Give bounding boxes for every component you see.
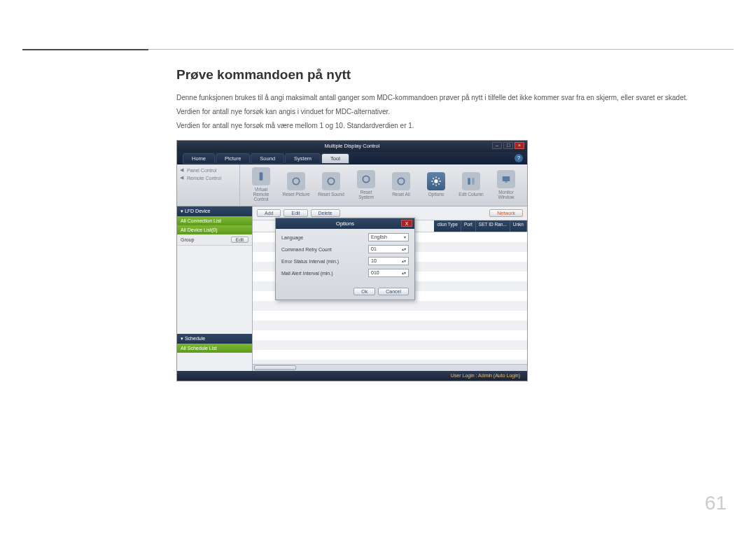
col-unknown: Unkn — [510, 220, 527, 232]
row-retry-count: Command Retry Count 01 ▴▾ — [281, 245, 409, 253]
add-button[interactable]: Add — [257, 209, 281, 217]
dialog-body: Language English ▾ Command Retry Count 0… — [276, 229, 414, 285]
help-icon[interactable]: ? — [514, 154, 523, 162]
group-row: Group Edit — [177, 234, 252, 246]
svg-point-3 — [363, 176, 369, 182]
language-dropdown[interactable]: English ▾ — [368, 233, 409, 241]
window-controls: – □ × — [492, 142, 524, 149]
reset-picture-icon — [287, 172, 305, 190]
tool-reset-all[interactable]: Reset All — [387, 172, 415, 197]
col-setid: SET ID Ran... — [476, 220, 510, 232]
spinner-icon: ▴▾ — [402, 245, 406, 253]
dialog-buttons: Ok Cancel — [276, 285, 414, 300]
monitor-icon — [497, 170, 515, 188]
label-language: Language — [281, 235, 303, 240]
table-header: ction Type Port SET ID Ran... Unkn — [434, 220, 527, 232]
tool-reset-picture[interactable]: Reset Picture — [282, 172, 310, 197]
tool-edit-column[interactable]: Edit Column — [457, 172, 485, 197]
app-ribbon: ◀ Panel Control ◀ Remote Control Virtual… — [177, 164, 527, 206]
group-edit-button[interactable]: Edit — [231, 237, 248, 243]
app-window: Multiple Display Control – □ × Home Pict… — [176, 140, 528, 381]
chevron-left-icon[interactable]: ◀ — [180, 175, 186, 181]
app-title: Multiple Display Control — [325, 143, 380, 149]
page-heading: Prøve kommandoen på nytt — [176, 67, 729, 83]
retry-count-spinner[interactable]: 01 ▴▾ — [368, 245, 409, 253]
gear-icon — [427, 172, 445, 190]
svg-rect-6 — [468, 178, 470, 184]
svg-point-5 — [434, 179, 438, 183]
page-number: 61 — [705, 492, 727, 514]
error-interval-spinner[interactable]: 10 ▴▾ — [368, 257, 409, 265]
app-titlebar: Multiple Display Control – □ × — [177, 141, 527, 152]
label-retry-count: Command Retry Count — [281, 247, 332, 252]
dialog-titlebar: Options X — [276, 218, 414, 229]
chevron-down-icon: ▾ — [404, 233, 406, 241]
horizontal-scrollbar[interactable] — [253, 364, 527, 371]
remote-icon — [252, 167, 270, 185]
tool-options[interactable]: Options — [422, 172, 450, 197]
group-label: Group — [181, 237, 194, 242]
ok-button[interactable]: Ok — [354, 288, 375, 295]
dialog-close-button[interactable]: X — [401, 220, 412, 227]
schedule-header[interactable]: ▾ Schedule — [177, 334, 252, 344]
menu-sound[interactable]: Sound — [251, 153, 284, 164]
ribbon-tools: Virtual Remote Control Reset Picture Res… — [240, 164, 527, 204]
close-button[interactable]: × — [514, 142, 524, 149]
spinner-icon: ▴▾ — [402, 257, 406, 265]
mail-interval-spinner[interactable]: 010 ▴▾ — [368, 269, 409, 277]
delete-button[interactable]: Delete — [311, 209, 340, 217]
all-schedule-list[interactable]: All Schedule List — [177, 344, 252, 353]
paragraph-1: Denne funksjonen brukes til å angi maksi… — [176, 92, 729, 104]
lfd-device-header[interactable]: ▾ LFD Device — [177, 206, 252, 216]
paragraph-3: Verdien for antall nye forsøk må være me… — [176, 120, 729, 132]
menu-system[interactable]: System — [285, 153, 321, 164]
tool-reset-sound[interactable]: Reset Sound — [317, 172, 345, 197]
minimize-button[interactable]: – — [492, 142, 502, 149]
svg-point-4 — [398, 178, 404, 184]
svg-rect-7 — [472, 178, 475, 184]
paragraph-2: Verdien for antall nye forsøk kan angis … — [176, 106, 729, 118]
label-error-interval: Error Status Interval (min.) — [281, 259, 339, 264]
row-error-interval: Error Status Interval (min.) 10 ▴▾ — [281, 257, 409, 265]
reset-sound-icon — [322, 172, 340, 190]
sidebar-gap — [177, 246, 252, 334]
ribbon-left-panel: ◀ Panel Control ◀ Remote Control — [177, 164, 240, 206]
reset-system-icon — [357, 170, 375, 188]
status-text: User Login : Admin (Auto Login) — [451, 373, 520, 378]
panel-control-row: ◀ Panel Control — [180, 167, 237, 173]
sidebar: ▾ LFD Device All Connection List All Dev… — [177, 206, 253, 371]
svg-rect-8 — [503, 176, 510, 181]
tool-reset-system[interactable]: Reset System — [352, 170, 380, 199]
menu-picture[interactable]: Picture — [216, 153, 250, 164]
panel-control-label: Panel Control — [187, 168, 216, 173]
edit-button[interactable]: Edit — [284, 209, 307, 217]
cancel-button[interactable]: Cancel — [378, 288, 409, 295]
menu-tool[interactable]: Tool — [321, 153, 349, 164]
maximize-button[interactable]: □ — [503, 142, 513, 149]
app-menubar: Home Picture Sound System Tool ? — [177, 152, 527, 164]
row-language: Language English ▾ — [281, 233, 409, 241]
svg-rect-9 — [505, 181, 507, 182]
svg-point-2 — [328, 178, 334, 184]
tool-virtual-remote[interactable]: Virtual Remote Control — [247, 167, 275, 202]
spinner-icon: ▴▾ — [402, 269, 406, 277]
all-connection-list[interactable]: All Connection List — [177, 216, 252, 225]
all-device-list[interactable]: All Device List(0) — [177, 225, 252, 234]
chevron-left-icon[interactable]: ◀ — [180, 167, 186, 173]
network-button[interactable]: Network — [489, 209, 523, 217]
sidebar-bottom-gap — [177, 353, 252, 371]
options-dialog: Options X Language English ▾ Command Ret… — [275, 218, 415, 300]
document-content: Prøve kommandoen på nytt Denne funksjone… — [176, 67, 729, 381]
edit-column-icon — [462, 172, 480, 190]
svg-point-1 — [293, 178, 299, 184]
col-ction-type: ction Type — [434, 220, 461, 232]
col-port: Port — [461, 220, 476, 232]
header-rule-accent — [22, 49, 148, 50]
remote-control-row: ◀ Remote Control — [180, 175, 237, 181]
status-bar: User Login : Admin (Auto Login) — [177, 371, 527, 381]
dialog-title: Options — [336, 220, 354, 227]
scrollbar-thumb[interactable] — [254, 365, 296, 370]
tool-monitor-window[interactable]: Monitor Window — [492, 170, 520, 199]
menu-home[interactable]: Home — [183, 153, 215, 164]
reset-all-icon — [392, 172, 410, 190]
